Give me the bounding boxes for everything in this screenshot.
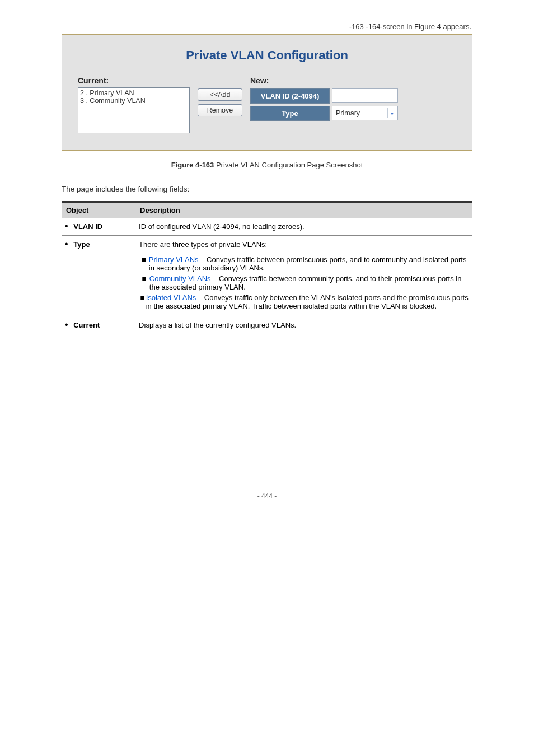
- square-bullet-icon: ■: [139, 255, 149, 272]
- nested-label: Primary VLANs: [149, 255, 199, 264]
- row-description: Displays a list of the currently configu…: [135, 316, 472, 335]
- add-button[interactable]: <<Add: [198, 88, 242, 101]
- vlan-id-header: VLAN ID (2-4094): [250, 88, 330, 104]
- col-description: Description: [135, 202, 472, 218]
- figure-caption: Figure 4-163 Private VLAN Configuration …: [62, 161, 472, 169]
- row-description: ID of configured VLAN (2-4094, no leadin…: [135, 218, 472, 236]
- row-object: VLAN ID: [73, 222, 102, 231]
- list-item[interactable]: 2 , Primary VLAN: [80, 89, 188, 97]
- body-text: The page includes the following fields:: [62, 185, 472, 193]
- row-description: There are three types of private VLANs: …: [135, 236, 472, 316]
- nested-item: ■ Primary VLANs – Conveys traffic betwee…: [139, 254, 469, 273]
- list-item[interactable]: 3 , Community VLAN: [80, 97, 188, 105]
- type-header: Type: [250, 106, 330, 121]
- current-label: Current:: [78, 76, 190, 87]
- square-bullet-icon: ■: [139, 293, 146, 310]
- page-number: - 444 -: [62, 492, 472, 500]
- chevron-down-icon: ▾: [387, 108, 396, 118]
- row-object: Type: [73, 240, 90, 249]
- parameters-table: Object Description • VLAN ID ID of confi…: [62, 201, 472, 335]
- col-object: Object: [62, 202, 135, 218]
- top-reference-text: -163 -164-screen in Figure 4 appears.: [62, 22, 472, 31]
- type-select-value: Primary: [336, 109, 360, 117]
- current-vlan-list[interactable]: 2 , Primary VLAN 3 , Community VLAN: [78, 87, 190, 133]
- nested-item: ■ Community VLANs – Conveys traffic betw…: [139, 273, 469, 292]
- type-select[interactable]: Primary ▾: [332, 106, 398, 120]
- bullet-icon: •: [65, 320, 72, 329]
- table-row: • VLAN ID ID of configured VLAN (2-4094,…: [62, 218, 472, 236]
- nested-item: ■ Isolated VLANs – Conveys traffic only …: [139, 292, 469, 311]
- bullet-icon: •: [65, 239, 72, 249]
- nested-label: Isolated VLANs: [146, 293, 196, 302]
- nested-label: Community VLANs: [149, 274, 211, 283]
- figure-title: Private VLAN Configuration: [72, 43, 462, 76]
- table-row: • Current Displays a list of the current…: [62, 316, 472, 335]
- vlan-id-input[interactable]: [332, 88, 398, 103]
- table-row: • Type There are three types of private …: [62, 236, 472, 316]
- new-label: New:: [250, 76, 398, 88]
- square-bullet-icon: ■: [139, 274, 149, 291]
- bullet-icon: •: [65, 221, 72, 231]
- remove-button[interactable]: Remove: [198, 104, 242, 116]
- row-object: Current: [73, 321, 100, 329]
- table-header-row: Object Description: [62, 202, 472, 218]
- figure-container: Private VLAN Configuration Current: 2 , …: [62, 34, 472, 151]
